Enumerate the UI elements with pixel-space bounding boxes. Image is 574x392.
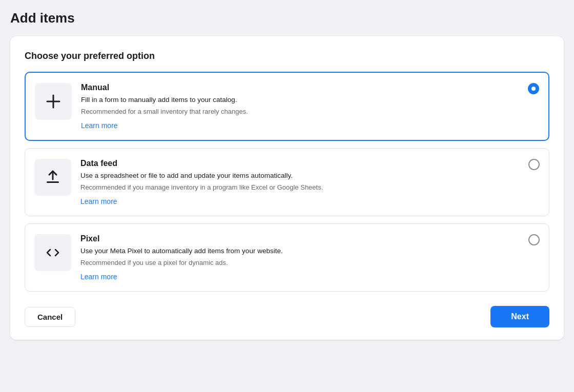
cancel-button[interactable]: Cancel (25, 307, 75, 327)
manual-desc: Fill in a form to manually add items to … (81, 95, 523, 105)
pixel-desc: Use your Meta Pixel to automatically add… (80, 246, 523, 256)
plus-icon (45, 93, 61, 110)
pixel-icon-box (34, 234, 71, 271)
option-data-feed[interactable]: Data feed Use a spreadsheet or file to a… (25, 148, 549, 216)
main-card: Choose your preferred option Manual Fill… (10, 36, 564, 340)
pixel-sub: Recommended if you use a pixel for dynam… (80, 258, 523, 267)
data-feed-title: Data feed (80, 159, 523, 168)
code-icon (45, 244, 61, 261)
manual-sub: Recommended for a small inventory that r… (81, 107, 523, 116)
data-feed-desc: Use a spreadsheet or file to add and upd… (80, 171, 523, 181)
option-list: Manual Fill in a form to manually add it… (25, 72, 549, 299)
footer: Cancel Next (25, 304, 549, 327)
pixel-learn-more[interactable]: Learn more (80, 273, 523, 281)
manual-radio[interactable] (528, 83, 539, 94)
option-manual[interactable]: Manual Fill in a form to manually add it… (25, 72, 549, 141)
upload-icon (45, 169, 61, 185)
data-feed-content: Data feed Use a spreadsheet or file to a… (80, 159, 523, 205)
page-title: Add items (10, 10, 564, 26)
data-feed-learn-more[interactable]: Learn more (80, 197, 523, 205)
page-wrapper: Add items Choose your preferred option M… (10, 10, 564, 340)
manual-title: Manual (81, 83, 523, 92)
manual-icon-box (35, 83, 72, 120)
pixel-title: Pixel (80, 234, 523, 243)
svg-rect-2 (47, 181, 59, 183)
next-button[interactable]: Next (490, 306, 549, 327)
pixel-radio[interactable] (528, 234, 540, 245)
data-feed-radio[interactable] (528, 159, 540, 170)
data-feed-icon-box (34, 159, 71, 196)
manual-learn-more[interactable]: Learn more (81, 121, 523, 130)
pixel-content: Pixel Use your Meta Pixel to automatical… (80, 234, 523, 281)
option-pixel[interactable]: Pixel Use your Meta Pixel to automatical… (25, 223, 549, 292)
manual-content: Manual Fill in a form to manually add it… (81, 83, 523, 130)
card-heading: Choose your preferred option (25, 51, 549, 61)
data-feed-sub: Recommended if you manage inventory in a… (80, 183, 523, 192)
